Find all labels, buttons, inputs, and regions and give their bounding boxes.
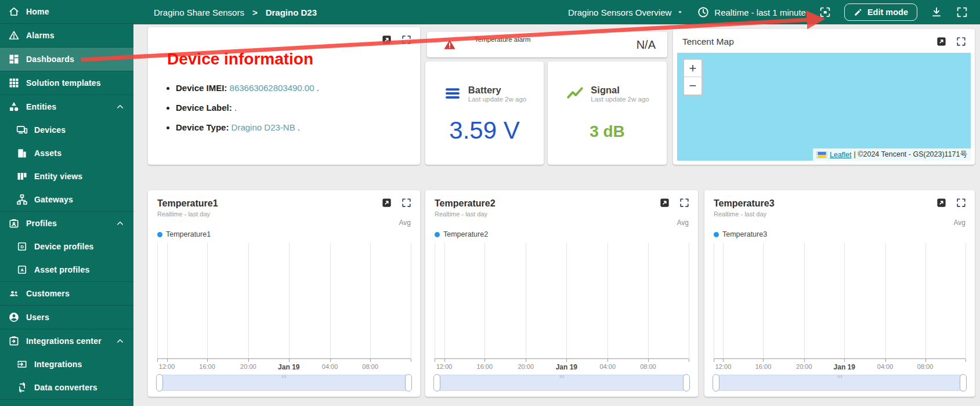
sidebar-item-entity-views[interactable]: Entity views	[0, 165, 133, 188]
gridline	[444, 243, 445, 358]
legend-label: Temperature1	[166, 230, 211, 238]
time-range-slider[interactable]	[157, 375, 411, 391]
alarms-icon	[8, 30, 20, 41]
chevron-up-icon	[115, 336, 125, 346]
axis-tick-mark	[330, 359, 331, 362]
sidebar-item-solution-templates[interactable]: Solution templates	[0, 71, 133, 95]
time-range-slider[interactable]	[714, 375, 965, 391]
slider-handle-right[interactable]	[405, 374, 412, 392]
slider-handle-left[interactable]	[156, 374, 163, 392]
expand-icon[interactable]	[401, 197, 412, 208]
dashboard-select[interactable]: Dragino Sensors Overview	[568, 8, 684, 17]
entities-icon	[8, 101, 20, 113]
ukraine-flag-icon	[816, 151, 827, 158]
fullscreen-icon[interactable]	[956, 6, 968, 19]
sidebar-item-data-converters[interactable]: Data converters	[0, 376, 133, 399]
entity-views-icon	[16, 171, 28, 182]
sidebar-item-profiles[interactable]: Profiles	[0, 212, 133, 235]
signal-value: 3 dB	[590, 122, 625, 141]
device-imei-row: Device IMEI: 863663062803490.00 .	[176, 83, 420, 93]
sidebar-item-label: Asset profiles	[34, 265, 89, 274]
legend-dot-icon	[714, 232, 719, 237]
expand-icon[interactable]	[956, 36, 967, 47]
map-zoom-in-button[interactable]: +	[684, 60, 701, 77]
sidebar-item-gateways[interactable]: Gateways	[0, 188, 133, 211]
sidebar-item-devices[interactable]: Devices	[0, 118, 133, 142]
axis-tick-mark	[526, 359, 526, 362]
expand-icon[interactable]	[956, 197, 967, 208]
sidebar-item-assets[interactable]: Assets	[0, 142, 133, 165]
leaflet-link[interactable]: Leaflet	[830, 151, 852, 159]
slider-handle-right[interactable]	[960, 374, 967, 392]
export-icon[interactable]	[936, 197, 947, 208]
battery-value: 3.59 V	[449, 117, 519, 144]
map-canvas[interactable]: + − Leaflet | ©2024 Tencent - GS(2023)11…	[677, 53, 971, 161]
export-icon[interactable]	[936, 36, 947, 47]
expand-icon[interactable]	[401, 34, 412, 45]
sidebar-item-users[interactable]: Users	[0, 306, 133, 329]
slider-handle-left[interactable]	[713, 374, 719, 392]
data-converters-icon	[16, 382, 28, 393]
map-zoom-out-button[interactable]: −	[684, 77, 701, 95]
edit-mode-button[interactable]: Edit mode	[844, 3, 917, 21]
time-range-slider[interactable]	[435, 375, 689, 391]
sidebar-item-device-profiles[interactable]: DDevice profiles	[0, 235, 133, 258]
sidebar-item-customers[interactable]: Customers	[0, 282, 133, 305]
expand-icon[interactable]	[679, 197, 690, 208]
slider-grip[interactable]	[834, 375, 845, 378]
integrations-icon	[16, 358, 28, 370]
timewindow-button[interactable]: Realtime - last 1 minute	[697, 6, 806, 19]
legend-dot-icon	[435, 232, 440, 237]
axis-tick-mark	[566, 359, 567, 362]
axis-tick-label: 16:00	[755, 363, 772, 370]
gridline	[804, 243, 805, 358]
sidebar-item-integrations-center[interactable]: Integrations center	[0, 329, 133, 353]
export-icon[interactable]	[381, 197, 392, 208]
chart-legend-item[interactable]: Temperature3	[714, 230, 965, 238]
caret-down-icon	[676, 8, 684, 16]
chart-legend-item[interactable]: Temperature2	[435, 230, 689, 238]
export-icon[interactable]	[381, 34, 392, 45]
sidebar-item-entities[interactable]: Entities	[0, 95, 133, 118]
axis-tick-label: 12:00	[436, 363, 453, 370]
device-imei-value[interactable]: 863663062803490.00	[230, 83, 314, 93]
sidebar-item-asset-profiles[interactable]: AAsset profiles	[0, 258, 133, 281]
asset-profiles-icon: A	[16, 264, 28, 276]
axis-tick-label: 20:00	[796, 363, 812, 370]
device-imei-label: Device IMEI:	[176, 83, 227, 93]
axis-tick-mark	[248, 359, 249, 362]
device-type-value[interactable]: Dragino D23-NB	[232, 122, 295, 132]
sidebar-item-label: Data converters	[34, 383, 97, 392]
gridline	[885, 243, 886, 358]
sidebar-item-integrations[interactable]: Integrations	[0, 353, 133, 376]
download-icon[interactable]	[930, 6, 943, 19]
axis-tick-label: 16:00	[199, 363, 215, 370]
slider-handle-left[interactable]	[433, 374, 440, 392]
axis-tick-label: 08:00	[362, 363, 378, 370]
chart-legend-item[interactable]: Temperature1	[157, 230, 411, 238]
breadcrumb-current: Dragino D23	[266, 8, 317, 17]
slider-grip[interactable]	[279, 375, 290, 378]
breadcrumb: Dragino Share Sensors>Dragino D23	[154, 8, 317, 17]
sidebar-item-label: Integrations	[34, 360, 82, 369]
chart-plot-area[interactable]	[157, 243, 411, 359]
axis-tick-label: 16:00	[477, 363, 493, 370]
solution-templates-icon	[8, 77, 20, 89]
sidebar-item-home[interactable]: Home	[0, 0, 133, 23]
chart-timewindow: Realtime - last day	[435, 211, 689, 217]
screenshot-icon[interactable]	[819, 6, 831, 19]
sidebar-item-alarms[interactable]: Alarms	[0, 24, 133, 47]
sidebar-item-dashboards[interactable]: Dashboards	[0, 48, 133, 71]
gridline	[157, 243, 158, 358]
chart-plot-area[interactable]	[714, 243, 965, 359]
sidebar-item-label: Alarms	[26, 31, 55, 40]
breadcrumb-separator: >	[252, 8, 258, 17]
chart-plot-area[interactable]	[435, 243, 689, 359]
axis-tick-mark	[965, 359, 966, 362]
export-icon[interactable]	[659, 197, 670, 208]
slider-grip[interactable]	[556, 375, 567, 378]
axis-tick-label: Jan 19	[556, 363, 577, 371]
breadcrumb-parent[interactable]: Dragino Share Sensors	[154, 8, 244, 17]
axis-tick-mark	[167, 359, 168, 362]
slider-handle-right[interactable]	[683, 374, 690, 392]
